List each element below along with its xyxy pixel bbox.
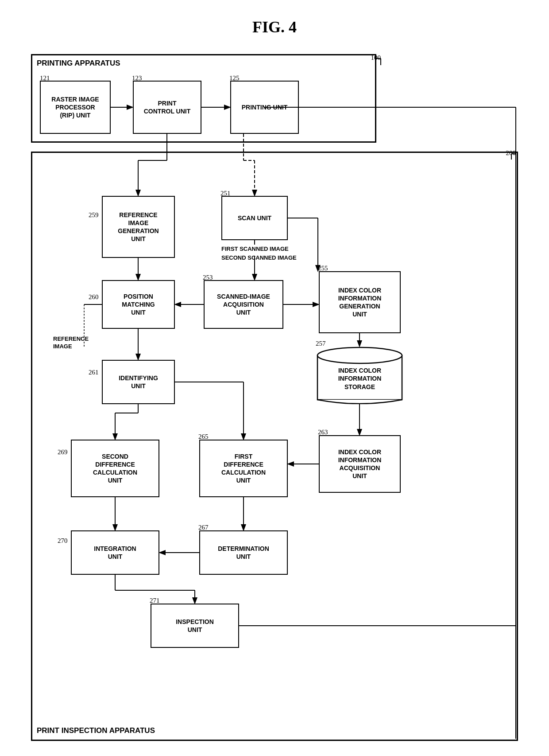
ref-271: 271 <box>150 597 160 604</box>
second-scanned-image-label: SECOND SCANNED IMAGE <box>221 254 310 262</box>
integration-unit-block: INTEGRATION UNIT <box>71 530 159 575</box>
ref-253: 253 <box>203 274 213 281</box>
ref-259: 259 <box>89 211 99 219</box>
first-diff-calc-block: FIRST DIFFERENCE CALCULATION UNIT <box>199 440 288 497</box>
ref-261: 261 <box>89 369 99 376</box>
index-color-info-storage-block: INDEX COLOR INFORMATION STORAGE <box>317 347 403 404</box>
page: FIG. 4 PRINTING APPARATUS PRINT INSPECTI… <box>0 0 549 756</box>
inspection-unit-block: INSPECTION UNIT <box>151 604 239 648</box>
ref-257: 257 <box>316 340 326 347</box>
position-matching-block: POSITION MATCHING UNIT <box>102 280 175 329</box>
printing-apparatus-label: PRINTING APPARATUS <box>37 59 120 68</box>
ref-121: 121 <box>40 74 50 82</box>
reference-image-label: REFERENCE IMAGE <box>53 335 89 351</box>
print-control-unit-block: PRINT CONTROL UNIT <box>133 81 201 134</box>
printing-unit-block: PRINTING UNIT <box>230 81 299 134</box>
figure-title: FIG. 4 <box>18 18 531 36</box>
print-inspection-label: PRINT INSPECTION APPARATUS <box>37 726 155 735</box>
ref-267: 267 <box>198 524 209 531</box>
ref-251: 251 <box>220 190 231 197</box>
index-color-info-acq-block: INDEX COLOR INFORMATION ACQUISITION UNIT <box>319 435 401 493</box>
ref-255: 255 <box>318 265 328 272</box>
diagram: PRINTING APPARATUS PRINT INSPECTION APPA… <box>31 54 518 754</box>
second-diff-calc-block: SECOND DIFFERENCE CALCULATION UNIT <box>71 440 159 497</box>
ref-125: 125 <box>229 74 240 82</box>
scan-unit-block: SCAN UNIT <box>221 196 288 240</box>
reference-image-gen-block: REFERENCE IMAGE GENERATION UNIT <box>102 196 175 258</box>
rip-unit-block: RASTER IMAGE PROCESSOR (RIP) UNIT <box>40 81 111 134</box>
first-scanned-image-label: FIRST SCANNED IMAGE <box>221 246 310 253</box>
ref-263: 263 <box>318 429 328 436</box>
ref-260: 260 <box>89 293 99 301</box>
ref-269: 269 <box>58 448 68 456</box>
svg-point-1 <box>317 347 402 363</box>
ref-200: 200 <box>506 149 516 157</box>
ref-265: 265 <box>198 433 209 440</box>
index-color-info-gen-block: INDEX COLOR INFORMATION GENERATION UNIT <box>319 271 401 333</box>
scanned-image-acq-block: SCANNED-IMAGE ACQUISITION UNIT <box>204 280 283 329</box>
ref-270: 270 <box>58 537 68 545</box>
determination-unit-block: DETERMINATION UNIT <box>199 530 288 575</box>
ref-100: 100 <box>371 54 381 62</box>
ref-123: 123 <box>132 74 142 82</box>
identifying-unit-block: IDENTIFYING UNIT <box>102 360 175 404</box>
